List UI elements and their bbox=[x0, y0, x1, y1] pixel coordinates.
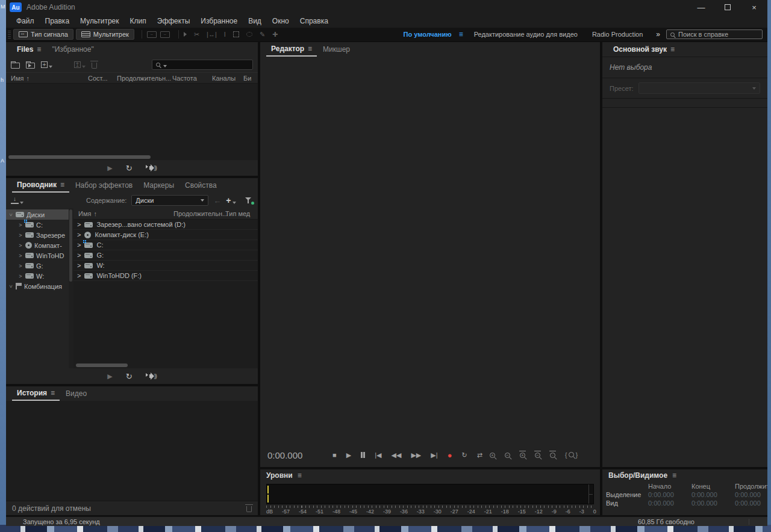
add-shortcut-button[interactable]: + bbox=[226, 196, 236, 205]
tab-mixer[interactable]: Микшер bbox=[318, 43, 355, 56]
panel-menu-icon[interactable]: ≡ bbox=[670, 45, 675, 54]
column-header-mediatype[interactable]: Тип мед bbox=[225, 210, 253, 217]
chevron-expanded-icon[interactable]: > bbox=[8, 284, 14, 289]
tab-history[interactable]: История ≡ bbox=[12, 386, 60, 401]
skip-selection-button[interactable]: ⇄ bbox=[477, 451, 482, 459]
list-item[interactable]: > Зарезер...вано системой (D:) bbox=[73, 220, 258, 230]
new-item-button[interactable]: + bbox=[41, 61, 52, 68]
zoom-out-point-icon[interactable]: − bbox=[535, 453, 540, 458]
menu-item[interactable]: Справка bbox=[295, 17, 334, 25]
panel-menu-icon[interactable]: ≡ bbox=[37, 45, 41, 54]
pitch-display-icon[interactable]: ~ bbox=[160, 31, 170, 38]
workspace-tab-audio-for-video[interactable]: Редактирование аудио для видео bbox=[467, 31, 585, 38]
list-empty-space[interactable] bbox=[73, 281, 258, 362]
tree-item-g[interactable]: > G: bbox=[6, 261, 69, 271]
record-button[interactable]: ● bbox=[448, 451, 452, 460]
panel-menu-icon[interactable]: ≡ bbox=[51, 389, 55, 397]
list-horizontal-scrollbar[interactable] bbox=[73, 362, 258, 368]
spectral-display-icon[interactable]: ~ bbox=[147, 31, 157, 38]
tree-item-drives[interactable]: > Диски bbox=[6, 209, 69, 220]
chevron-expanded-icon[interactable]: > bbox=[8, 212, 14, 217]
tree-item-w[interactable]: > W: bbox=[6, 271, 69, 281]
panel-menu-icon[interactable]: ≡ bbox=[298, 471, 302, 480]
chevron-right-icon[interactable]: > bbox=[18, 243, 23, 249]
tree-item-c[interactable]: > C: bbox=[6, 220, 69, 230]
files-search-input[interactable] bbox=[152, 60, 253, 70]
menu-item[interactable]: Избранное bbox=[195, 17, 243, 25]
column-header-samplerate[interactable]: Частота bbox=[172, 75, 212, 82]
list-item[interactable]: > Компакт-диск (E:) bbox=[73, 230, 258, 240]
maximize-button[interactable] bbox=[714, 0, 741, 14]
tab-markers[interactable]: Маркеры bbox=[139, 179, 179, 192]
zoom-in-point-left-icon[interactable]: + bbox=[520, 453, 525, 458]
chevron-right-icon[interactable]: > bbox=[18, 253, 23, 259]
loop-playback-button[interactable]: ↻ bbox=[461, 451, 467, 459]
tree-item-combination[interactable]: > Комбинация bbox=[6, 281, 69, 291]
ibeam-tool-icon[interactable]: I bbox=[224, 31, 226, 38]
tree-vertical-scrollbar[interactable] bbox=[69, 208, 73, 368]
lasso-selection-tool-icon[interactable] bbox=[246, 32, 252, 37]
go-to-end-button[interactable]: ▶| bbox=[431, 451, 437, 459]
razor-tool-icon[interactable]: ✂ bbox=[194, 31, 199, 39]
spot-healing-tool-icon[interactable]: ✚ bbox=[272, 31, 278, 39]
column-header-duration[interactable]: Продолжительн... bbox=[117, 75, 172, 82]
workspace-tab-radio-production[interactable]: Radio Production bbox=[585, 31, 650, 38]
panel-menu-icon[interactable]: ≡ bbox=[60, 181, 64, 189]
stop-button[interactable]: ■ bbox=[332, 451, 337, 459]
import-file-icon[interactable] bbox=[26, 63, 35, 69]
zoom-in-icon[interactable]: + bbox=[490, 453, 495, 458]
column-header-state[interactable]: Сост... bbox=[88, 75, 117, 82]
column-header-bitdepth[interactable]: Би bbox=[243, 75, 253, 82]
zoom-out-icon[interactable]: − bbox=[505, 453, 510, 458]
column-header-name[interactable]: Имя ↑ bbox=[78, 210, 173, 217]
menu-item[interactable]: Файл bbox=[11, 17, 40, 25]
tab-favorites[interactable]: "Избранное" bbox=[47, 43, 98, 56]
marquee-selection-tool-icon[interactable] bbox=[233, 31, 239, 37]
trash-icon[interactable] bbox=[92, 63, 97, 69]
preview-play-icon[interactable]: ▶ bbox=[107, 164, 112, 172]
tab-files[interactable]: Files ≡ bbox=[12, 43, 46, 56]
tree-item-cdrom[interactable]: > Компакт- bbox=[6, 240, 69, 250]
tab-essential-sound[interactable]: Основной звук ≡ bbox=[608, 43, 679, 56]
selection-start-value[interactable]: 0:00.000 bbox=[648, 491, 688, 498]
workspace-overflow-button[interactable]: » bbox=[650, 30, 666, 39]
level-meter[interactable] bbox=[266, 484, 594, 504]
insert-into-multitrack-button[interactable]: ↥ bbox=[74, 61, 86, 68]
editor-canvas-empty[interactable] bbox=[260, 57, 600, 443]
history-list-empty[interactable] bbox=[6, 401, 258, 501]
view-duration-value[interactable]: 0:00.000 bbox=[735, 500, 767, 507]
tree-item-reserved[interactable]: > Зарезере bbox=[6, 230, 69, 240]
tab-editor[interactable]: Редактор ≡ bbox=[266, 42, 317, 57]
back-arrow-icon[interactable]: ← bbox=[213, 196, 221, 205]
panel-menu-icon[interactable]: ≡ bbox=[672, 471, 676, 480]
selection-end-value[interactable]: 0:00.000 bbox=[691, 491, 731, 498]
panel-menu-icon[interactable]: ≡ bbox=[308, 45, 312, 53]
loop-playback-icon[interactable]: ↻ bbox=[126, 372, 133, 381]
list-item[interactable]: > G: bbox=[73, 250, 258, 261]
filter-button[interactable] bbox=[245, 197, 253, 204]
scrollbar-thumb[interactable] bbox=[8, 155, 151, 159]
timecode-display[interactable]: 0:00.000 bbox=[267, 450, 332, 460]
menu-item[interactable]: Мультитрек bbox=[75, 17, 124, 25]
workspace-menu-icon[interactable]: ≡ bbox=[459, 30, 463, 39]
menu-item[interactable]: Клип bbox=[125, 17, 152, 25]
column-header-channels[interactable]: Каналы bbox=[212, 75, 243, 82]
zoom-reset-icon[interactable]: · bbox=[550, 453, 555, 458]
preview-play-icon[interactable]: ▶ bbox=[107, 373, 112, 380]
multitrack-view-button[interactable]: Мультитрек bbox=[76, 29, 134, 40]
auto-play-speaker-icon[interactable]: )) bbox=[146, 165, 157, 171]
scrollbar-thumb[interactable] bbox=[69, 209, 72, 282]
go-to-start-button[interactable]: |◀ bbox=[375, 451, 381, 459]
preset-select[interactable] bbox=[638, 82, 761, 94]
chevron-right-icon[interactable]: > bbox=[77, 252, 81, 259]
rewind-button[interactable]: ◀◀ bbox=[391, 451, 401, 459]
chevron-right-icon[interactable]: > bbox=[18, 232, 23, 238]
view-end-value[interactable]: 0:00.000 bbox=[691, 500, 731, 507]
chevron-right-icon[interactable]: > bbox=[77, 221, 81, 228]
minimize-button[interactable]: — bbox=[688, 0, 714, 14]
import-button[interactable]: ↓ bbox=[11, 197, 23, 204]
chevron-right-icon[interactable]: > bbox=[18, 263, 23, 269]
auto-play-speaker-icon[interactable]: )) bbox=[146, 373, 157, 379]
workspace-tab-default[interactable]: По умолчанию bbox=[396, 31, 459, 38]
chevron-right-icon[interactable]: > bbox=[77, 262, 81, 269]
